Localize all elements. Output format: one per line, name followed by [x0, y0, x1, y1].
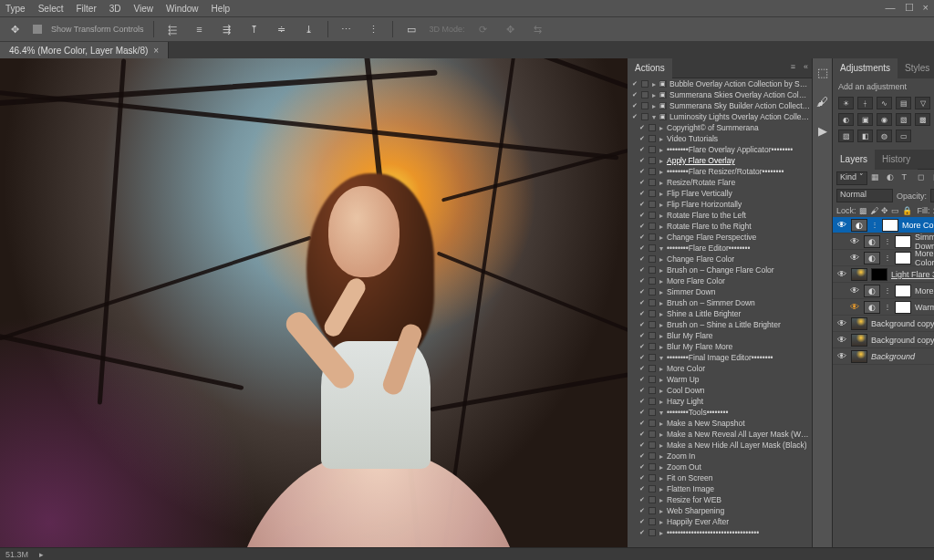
- disclosure-icon[interactable]: ▸: [659, 441, 664, 450]
- orbit-icon[interactable]: ⟳: [474, 20, 493, 38]
- action-row[interactable]: ✔▸Hazy Light: [628, 396, 812, 407]
- layer-name[interactable]: Background: [871, 352, 934, 361]
- toggle-check-icon[interactable]: ✔: [638, 420, 646, 427]
- action-row[interactable]: ✔▸Apply Flare Overlay: [628, 155, 812, 166]
- toggle-check-icon[interactable]: ✔: [638, 409, 646, 416]
- toggle-dialog-icon[interactable]: [649, 409, 656, 416]
- disclosure-icon[interactable]: ▸: [659, 387, 664, 395]
- visibility-eye-icon[interactable]: 👁: [836, 318, 847, 328]
- auto-align-icon[interactable]: ▭: [402, 20, 420, 38]
- disclosure-icon[interactable]: ▸: [659, 485, 664, 493]
- layer-mask-thumb[interactable]: [871, 268, 887, 281]
- toggle-check-icon[interactable]: ✔: [638, 288, 646, 296]
- layer-thumb[interactable]: [851, 268, 867, 281]
- disclosure-icon[interactable]: ▸: [659, 223, 664, 231]
- action-row[interactable]: ✔▸Copyright© of Summerana: [628, 122, 812, 133]
- toggle-dialog-icon[interactable]: [649, 343, 656, 350]
- toggle-check-icon[interactable]: ✔: [638, 376, 646, 383]
- align-right-icon[interactable]: ⇶: [218, 20, 236, 38]
- disclosure-icon[interactable]: ▸: [651, 91, 657, 99]
- layer-mask-thumb[interactable]: [882, 219, 898, 232]
- action-row[interactable]: ✔▸Resize for WEB: [628, 494, 812, 505]
- filter-shape-icon[interactable]: ◻: [918, 172, 929, 184]
- action-row[interactable]: ✔▸Cool Down: [628, 385, 812, 396]
- toggle-check-icon[interactable]: ✔: [638, 343, 646, 350]
- tab-actions[interactable]: Actions: [628, 58, 672, 78]
- toggle-dialog-icon[interactable]: [649, 387, 656, 394]
- toggle-check-icon[interactable]: ✔: [638, 168, 646, 175]
- disclosure-icon[interactable]: ▸: [659, 398, 664, 406]
- action-row[interactable]: ✔▸Happily Ever After: [628, 516, 812, 527]
- toggle-check-icon[interactable]: ✔: [638, 430, 646, 438]
- action-row[interactable]: ✔▾••••••••Final Image Editor••••••••: [628, 352, 812, 363]
- action-row[interactable]: ✔▸Rotate Flare to the Right: [628, 221, 812, 232]
- slide-icon[interactable]: ⇆: [529, 20, 547, 38]
- document-tab[interactable]: 46.4% (More Color, Layer Mask/8) ×: [0, 42, 169, 58]
- action-set-row[interactable]: ✔▸▣Summerana Skies Overlay Action Col…: [628, 89, 812, 100]
- levels-icon[interactable]: ⟊: [857, 97, 873, 109]
- action-row[interactable]: ✔▸Blur My Flare More: [628, 341, 812, 352]
- visibility-eye-icon[interactable]: 👁: [836, 351, 847, 361]
- toggle-check-icon[interactable]: ✔: [638, 452, 646, 460]
- lock-all-icon[interactable]: 🔒: [902, 206, 912, 215]
- toggle-check-icon[interactable]: ✔: [638, 310, 646, 317]
- actions-list[interactable]: ✔▸▣Bubble Overlay Action Collection by S…: [628, 78, 812, 547]
- align-bottom-icon[interactable]: ⤓: [300, 20, 318, 38]
- layer-name[interactable]: More Color: [915, 286, 934, 296]
- toggle-dialog-icon[interactable]: [649, 277, 656, 285]
- actions-collapse-icon[interactable]: «: [804, 62, 808, 71]
- disclosure-icon[interactable]: ▸: [659, 474, 664, 482]
- toggle-dialog-icon[interactable]: [649, 485, 656, 493]
- toggle-check-icon[interactable]: ✔: [638, 529, 646, 536]
- menu-window[interactable]: Window: [166, 4, 199, 14]
- threshold-icon[interactable]: ◧: [857, 130, 873, 142]
- action-row[interactable]: ✔▸Flatten Image: [628, 483, 812, 494]
- blend-mode-select[interactable]: Normal: [836, 189, 893, 202]
- visibility-eye-icon[interactable]: 👁: [849, 253, 860, 263]
- exposure-icon[interactable]: ▤: [896, 97, 911, 109]
- tab-history[interactable]: History: [875, 150, 918, 170]
- layer-row[interactable]: 👁◐⋮More Color: [833, 217, 934, 233]
- layer-row[interactable]: 👁Light Flare 3 …: [833, 266, 934, 283]
- disclosure-icon[interactable]: ▸: [659, 321, 664, 329]
- toggle-dialog-icon[interactable]: [649, 354, 656, 361]
- window-min-icon[interactable]: —: [886, 2, 896, 14]
- toggle-check-icon[interactable]: ✔: [638, 244, 646, 252]
- action-row[interactable]: ✔▸Warm Up: [628, 374, 812, 385]
- layer-kind-select[interactable]: Kind ˅: [836, 171, 867, 185]
- layer-row[interactable]: 👁Background🔒: [833, 348, 934, 365]
- disclosure-icon[interactable]: ▸: [659, 179, 664, 187]
- action-row[interactable]: ✔▸Simmer Down: [628, 286, 812, 297]
- disclosure-icon[interactable]: ▸: [659, 518, 664, 526]
- action-row[interactable]: ✔▸Blur My Flare: [628, 330, 812, 341]
- layer-row[interactable]: 👁◐⋮Warm Up: [833, 299, 934, 316]
- action-row[interactable]: ✔▸••••••••••••••••••••••••••••••••••: [628, 527, 812, 538]
- pan-icon[interactable]: ✥: [502, 20, 520, 38]
- layer-name[interactable]: Simmer Down: [915, 233, 934, 251]
- toggle-check-icon[interactable]: ✔: [638, 190, 646, 197]
- channel-mixer-icon[interactable]: ▧: [896, 113, 911, 126]
- align-left-icon[interactable]: ⬱: [163, 20, 182, 38]
- layer-mask-thumb[interactable]: [895, 252, 911, 264]
- layer-row[interactable]: 👁◐⋮More Color: [833, 283, 934, 299]
- action-row[interactable]: ✔▸Brush on – Shine a Little Brighter: [628, 319, 812, 330]
- toggle-dialog-icon[interactable]: [649, 463, 656, 471]
- toggle-check-icon[interactable]: ✔: [638, 496, 646, 503]
- toggle-check-icon[interactable]: ✔: [638, 223, 646, 230]
- disclosure-icon[interactable]: ▸: [659, 529, 664, 537]
- toggle-dialog-icon[interactable]: [649, 244, 656, 252]
- toggle-check-icon[interactable]: ✔: [638, 321, 646, 328]
- menu-3d[interactable]: 3D: [109, 4, 121, 14]
- disclosure-icon[interactable]: ▸: [659, 288, 664, 296]
- layers-list[interactable]: 👁◐⋮More Color👁◐⋮Simmer Down👁◐⋮More Flare…: [833, 217, 934, 547]
- toggle-check-icon[interactable]: ✔: [638, 233, 646, 241]
- toggle-dialog-icon[interactable]: [649, 529, 656, 536]
- window-max-icon[interactable]: ☐: [905, 2, 914, 14]
- toggle-dialog-icon[interactable]: [649, 146, 656, 153]
- action-row[interactable]: ✔▸Rotate Flare to the Left: [628, 210, 812, 221]
- opacity-value[interactable]: 75%: [930, 189, 934, 202]
- disclosure-icon[interactable]: ▸: [659, 452, 664, 461]
- visibility-eye-icon[interactable]: 👁: [849, 285, 860, 296]
- toggle-dialog-icon[interactable]: [649, 452, 656, 460]
- toggle-check-icon[interactable]: ✔: [638, 474, 646, 482]
